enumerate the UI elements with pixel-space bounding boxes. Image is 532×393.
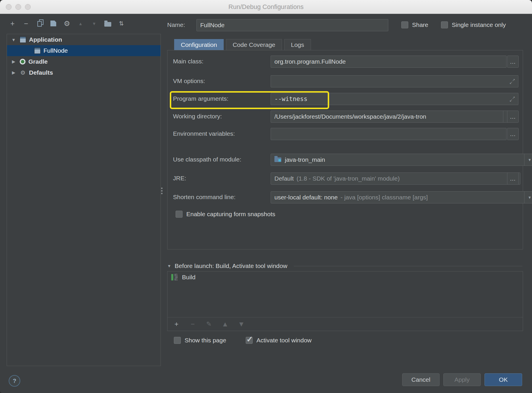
classpath-module-value: java-tron_main: [285, 156, 325, 163]
environment-variables-browse-button[interactable]: ...: [507, 128, 519, 140]
ellipsis-icon: ...: [510, 131, 516, 137]
before-launch-header[interactable]: ▼ Before launch: Build, Activate tool wi…: [167, 261, 522, 271]
edit-defaults-button[interactable]: ⚙: [63, 19, 71, 28]
tree-item-defaults[interactable]: ▶ ⚙ Defaults: [7, 67, 161, 78]
application-icon: [34, 47, 41, 54]
pencil-icon: ✎: [206, 320, 212, 328]
chevron-down-icon: ▼: [92, 21, 96, 26]
activate-tool-window-checkbox-group[interactable]: Activate tool window: [246, 336, 311, 345]
before-launch-item-build[interactable]: Build: [167, 271, 523, 283]
tree-item-application[interactable]: ▼ Application: [7, 34, 161, 45]
chevron-down-icon[interactable]: ▼: [10, 37, 17, 42]
single-instance-checkbox[interactable]: [441, 21, 448, 28]
share-checkbox-group[interactable]: Share: [401, 20, 428, 30]
jre-browse-button[interactable]: ...: [507, 172, 519, 185]
vm-options-field[interactable]: ↗↙: [271, 75, 518, 87]
apply-button[interactable]: Apply: [443, 373, 481, 386]
tab-configuration[interactable]: Configuration: [174, 39, 224, 50]
working-directory-field[interactable]: ▼: [271, 111, 514, 123]
move-up-button[interactable]: ▲: [77, 19, 84, 28]
folder-icon: [104, 22, 111, 27]
help-label: ?: [13, 378, 16, 384]
capture-snapshots-checkbox[interactable]: [176, 211, 183, 218]
ok-button[interactable]: OK: [484, 373, 522, 386]
main-class-label: Main class:: [173, 56, 203, 67]
main-class-input[interactable]: [271, 56, 507, 68]
configurations-tree: ▼ Application FullNode ▶ Gradle ▶ ⚙ Defa…: [7, 34, 161, 366]
ellipsis-icon: ...: [510, 58, 516, 65]
remove-task-button[interactable]: −: [189, 319, 196, 329]
move-task-down-button[interactable]: ▼: [238, 319, 245, 329]
program-arguments-field[interactable]: ↗↙: [271, 93, 518, 105]
name-input[interactable]: [196, 19, 388, 31]
chevron-down-icon: ▼: [524, 192, 532, 203]
working-directory-input[interactable]: [271, 111, 503, 122]
working-directory-browse-button[interactable]: ...: [507, 111, 519, 123]
classpath-module-select[interactable]: java-tron_main ▼: [271, 154, 532, 166]
create-folder-button[interactable]: [104, 19, 112, 28]
save-icon: [50, 21, 56, 26]
minus-icon: −: [24, 19, 28, 28]
environment-variables-input[interactable]: [271, 128, 507, 140]
chevron-right-icon[interactable]: ▶: [10, 59, 17, 64]
titlebar: Run/Debug Configurations: [0, 0, 532, 14]
help-button[interactable]: ?: [9, 375, 20, 387]
plus-icon: +: [10, 19, 15, 28]
jre-value: Default: [274, 175, 294, 182]
shorten-value-detail: - java [options] classname [args]: [340, 194, 428, 201]
show-this-page-checkbox[interactable]: [174, 337, 181, 344]
name-label: Name:: [167, 19, 185, 31]
copy-icon: [37, 21, 42, 26]
single-instance-checkbox-group[interactable]: Single instance only: [441, 20, 506, 30]
show-this-page-checkbox-group[interactable]: Show this page: [174, 336, 226, 345]
share-checkbox[interactable]: [401, 21, 408, 28]
save-configuration-button[interactable]: [50, 19, 57, 28]
capture-snapshots-checkbox-group[interactable]: Enable capturing form snapshots: [176, 210, 275, 219]
expand-field-icon[interactable]: ↗↙: [509, 96, 515, 102]
copy-configuration-button[interactable]: [36, 19, 43, 28]
program-arguments-input[interactable]: [271, 93, 518, 105]
tab-label: Code Coverage: [233, 41, 275, 48]
chevron-down-icon: ▼: [238, 320, 245, 328]
add-task-button[interactable]: +: [173, 319, 180, 329]
chevron-right-icon[interactable]: ▶: [10, 70, 17, 75]
add-configuration-button[interactable]: +: [9, 19, 16, 28]
ellipsis-icon: ...: [510, 175, 516, 182]
move-task-up-button[interactable]: ▲: [221, 319, 229, 329]
program-arguments-label: Program arguments:: [173, 93, 228, 104]
tree-item-label: Application: [29, 36, 62, 43]
main-class-browse-button[interactable]: ...: [507, 56, 519, 68]
tree-item-gradle[interactable]: ▶ Gradle: [7, 56, 161, 67]
shorten-command-line-select[interactable]: user-local default: none - java [options…: [271, 191, 532, 203]
jre-select[interactable]: Default (1.8 - SDK of 'java-tron_main' m…: [271, 172, 520, 185]
tab-code-coverage[interactable]: Code Coverage: [226, 39, 282, 50]
before-launch-list: Build + − ✎ ▲ ▼: [167, 271, 523, 331]
build-icon: [171, 273, 178, 281]
configuration-panel: Main class: ... VM options: ↗↙ Program a…: [167, 50, 523, 249]
jre-label: JRE:: [173, 172, 186, 184]
divider: [294, 266, 522, 266]
minus-icon: −: [191, 320, 195, 328]
move-down-button[interactable]: ▼: [90, 19, 98, 28]
splitter-handle[interactable]: [161, 188, 163, 189]
remove-configuration-button[interactable]: −: [22, 19, 30, 28]
chevron-down-icon[interactable]: ▼: [167, 264, 171, 268]
edit-task-button[interactable]: ✎: [205, 319, 213, 329]
module-icon: [274, 157, 281, 162]
tab-logs[interactable]: Logs: [284, 39, 311, 50]
vm-options-input[interactable]: [271, 76, 518, 87]
cancel-button[interactable]: Cancel: [402, 373, 440, 386]
before-launch-item-label: Build: [182, 274, 196, 281]
tab-label: Configuration: [181, 41, 217, 48]
sort-configurations-button[interactable]: ⇅: [118, 19, 125, 28]
activate-tool-window-checkbox[interactable]: [246, 337, 253, 344]
chevron-up-icon: ▲: [79, 21, 83, 26]
chevron-down-icon: ▼: [524, 154, 532, 166]
tree-item-fullnode[interactable]: FullNode: [7, 45, 161, 56]
single-instance-label: Single instance only: [452, 21, 506, 28]
expand-field-icon[interactable]: ↗↙: [509, 78, 515, 84]
ellipsis-icon: ...: [510, 113, 516, 120]
vm-options-label: VM options:: [173, 75, 205, 87]
jre-value-detail: (1.8 - SDK of 'java-tron_main' module): [297, 175, 400, 182]
ok-label: OK: [499, 376, 508, 383]
